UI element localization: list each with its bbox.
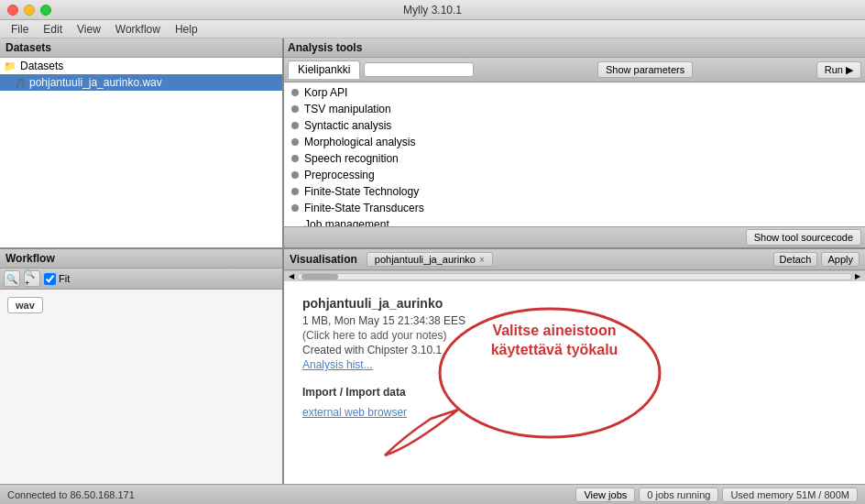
zoom-out-button[interactable]: 🔍 (4, 270, 20, 287)
item-label: Finite-State Transducers (304, 202, 424, 214)
horizontal-scrollbar: ◀ ▶ (284, 270, 865, 281)
folder-icon: 📁 (4, 60, 16, 72)
fit-checkbox[interactable] (44, 273, 56, 285)
view-jobs-button[interactable]: View jobs (575, 488, 635, 502)
status-dot (291, 171, 299, 179)
datasets-panel: Datasets 📁 Datasets 🎵 pohjantuuli_ja_aur… (0, 38, 284, 247)
list-item[interactable]: TSV manipulation (284, 101, 865, 117)
import-label[interactable]: Import / Import data (302, 386, 847, 399)
jobs-running-badge: 0 jobs running (639, 488, 718, 502)
analysis-search[interactable] (364, 62, 474, 77)
menu-file[interactable]: File (4, 22, 36, 37)
status-dot (291, 204, 299, 212)
visualisation-panel: Visualisation pohjantuuli_ja_aurinko × D… (284, 249, 865, 484)
apply-button[interactable]: Apply (821, 252, 860, 267)
menu-workflow[interactable]: Workflow (108, 22, 168, 37)
fit-checkbox-label: Fit (44, 273, 70, 285)
maximize-button[interactable] (40, 5, 51, 16)
status-dot (291, 138, 299, 146)
tree-root-label: Datasets (20, 60, 63, 72)
item-label: Speech recognition (304, 152, 399, 165)
item-label: Preprocessing (304, 169, 375, 181)
analysis-bottom-bar: Show tool sourcecode (284, 226, 865, 247)
list-item[interactable]: Job management (284, 216, 865, 226)
status-dot (291, 122, 299, 129)
bottom-panels: Workflow 🔍 🔍+ Fit wav Visualisation p (0, 249, 865, 484)
workflow-toolbar: 🔍 🔍+ Fit (0, 268, 282, 290)
traffic-lights (7, 5, 51, 16)
vis-tab-label: pohjantuuli_ja_aurinko (375, 254, 476, 265)
dataset-name-text: pohjantuuli_ja_aurinko (302, 296, 443, 311)
analysis-list: Korp API TSV manipulation Syntactic anal… (284, 82, 865, 226)
run-button[interactable]: Run ▶ (816, 61, 861, 79)
show-parameters-button[interactable]: Show parameters (597, 61, 693, 78)
item-label: Finite-State Technology (304, 185, 419, 198)
close-button[interactable] (7, 5, 18, 16)
tree-file-label: pohjantuuli_ja_aurinko.wav (29, 76, 162, 89)
scroll-left[interactable]: ◀ (286, 273, 297, 280)
show-sourcecode-button[interactable]: Show tool sourcecode (746, 229, 861, 246)
menu-view[interactable]: View (70, 22, 108, 37)
vis-header: Visualisation pohjantuuli_ja_aurinko × D… (284, 249, 865, 270)
item-label: TSV manipulation (304, 103, 391, 115)
vis-tab[interactable]: pohjantuuli_ja_aurinko × (367, 252, 493, 267)
wav-node[interactable]: wav (7, 297, 43, 313)
connection-status: Connected to 86.50.168.171 (7, 489, 575, 500)
scroll-right[interactable]: ▶ (852, 273, 863, 280)
vis-tab-close[interactable]: × (479, 255, 485, 265)
status-bar: Connected to 86.50.168.171 View jobs 0 j… (0, 484, 865, 504)
main-container: Datasets 📁 Datasets 🎵 pohjantuuli_ja_aur… (0, 38, 865, 484)
menu-bar: File Edit View Workflow Help (0, 20, 865, 38)
list-item[interactable]: Morphological analysis (284, 134, 865, 150)
dataset-meta-1: 1 MB, Mon May 15 21:34:38 EES (302, 314, 847, 327)
menu-help[interactable]: Help (168, 22, 205, 37)
top-panels: Datasets 📁 Datasets 🎵 pohjantuuli_ja_aur… (0, 38, 865, 249)
vis-panel-title: Visualisation (290, 253, 357, 266)
fit-label: Fit (59, 273, 70, 284)
browser-label: external web browser (302, 406, 847, 419)
workflow-canvas: wav (0, 290, 282, 484)
status-dot (291, 155, 299, 162)
dataset-name: pohjantuuli_ja_aurinko (302, 296, 847, 311)
list-item[interactable]: Syntactic analysis (284, 117, 865, 134)
scrollbar-track[interactable] (297, 273, 852, 280)
analysis-panel: Analysis tools Kielipankki Show paramete… (284, 38, 865, 247)
file-icon: 🎵 (15, 78, 26, 88)
workflow-panel: Workflow 🔍 🔍+ Fit wav (0, 249, 284, 484)
item-label: Korp API (304, 86, 347, 99)
analysis-top-bar: Analysis tools (284, 38, 865, 58)
analysis-history-link[interactable]: Analysis hist... (302, 358, 847, 371)
item-label: Job management (304, 218, 389, 226)
list-item[interactable]: Speech recognition (284, 150, 865, 167)
datasets-tree: 📁 Datasets 🎵 pohjantuuli_ja_aurinko.wav (0, 58, 282, 247)
vis-content: pohjantuuli_ja_aurinko 1 MB, Mon May 15 … (284, 281, 865, 484)
list-item[interactable]: Finite-State Transducers (284, 200, 865, 216)
detach-button[interactable]: Detach (773, 252, 818, 267)
vis-tabs: pohjantuuli_ja_aurinko × (367, 252, 770, 267)
list-item[interactable]: Finite-State Technology (284, 183, 865, 200)
workflow-header: Workflow (0, 249, 282, 268)
scrollbar-thumb[interactable] (301, 274, 338, 279)
analysis-toolbar: Kielipankki Show parameters Run ▶ (284, 58, 865, 82)
window-title: Mylly 3.10.1 (403, 4, 462, 16)
status-right: View jobs 0 jobs running Used memory 51M… (575, 488, 858, 502)
tree-file[interactable]: 🎵 pohjantuuli_ja_aurinko.wav (0, 74, 282, 91)
datasets-header: Datasets (0, 38, 282, 58)
menu-edit[interactable]: Edit (36, 22, 70, 37)
memory-badge: Used memory 51M / 800M (722, 488, 858, 502)
workflow-title: Workflow (5, 252, 55, 265)
item-label: Syntactic analysis (304, 119, 391, 132)
status-dot (291, 105, 299, 113)
browser-link[interactable]: external web browser (302, 406, 407, 419)
minimize-button[interactable] (24, 5, 35, 16)
zoom-in-button[interactable]: 🔍+ (24, 270, 40, 287)
list-item[interactable]: Preprocessing (284, 167, 865, 183)
analysis-header: Analysis tools (288, 41, 362, 54)
kielipankki-tab[interactable]: Kielipankki (288, 60, 360, 79)
dataset-notes[interactable]: (Click here to add your notes) (302, 329, 847, 342)
status-dot (291, 188, 299, 195)
list-item[interactable]: Korp API (284, 84, 865, 101)
title-bar: Mylly 3.10.1 (0, 0, 865, 20)
item-label: Morphological analysis (304, 136, 415, 148)
tree-root[interactable]: 📁 Datasets (0, 58, 282, 74)
